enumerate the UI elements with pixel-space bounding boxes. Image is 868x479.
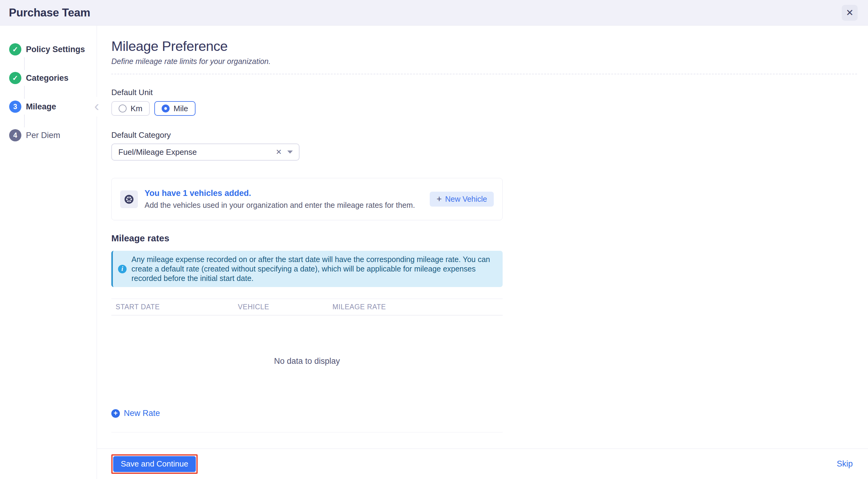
column-header-mileage-rate: MILEAGE RATE <box>333 303 503 311</box>
empty-state-text: No data to display <box>274 356 340 366</box>
mileage-rates-heading: Mileage rates <box>111 233 868 243</box>
sidebar-item-mileage[interactable]: 3 Mileage <box>9 101 97 113</box>
sidebar-item-per-diem[interactable]: 4 Per Diem <box>9 129 97 141</box>
mileage-rates-info-banner: i Any mileage expense recorded on or aft… <box>111 251 503 287</box>
chevron-down-icon[interactable] <box>287 150 293 153</box>
sidebar-item-label: Per Diem <box>26 131 60 140</box>
new-rate-button-label: New Rate <box>124 409 160 418</box>
default-unit-field: Default Unit Km Mile <box>111 88 868 116</box>
default-category-label: Default Category <box>111 130 868 140</box>
wizard-footer: Save and Continue Skip <box>97 448 868 479</box>
step-connector <box>24 86 25 99</box>
table-header-row: START DATE VEHICLE MILEAGE RATE <box>111 299 503 315</box>
info-icon: i <box>118 265 127 273</box>
new-rate-button[interactable]: + New Rate <box>111 409 160 418</box>
collapse-sidebar-chevron-icon[interactable]: ‹ <box>92 97 101 116</box>
skip-link[interactable]: Skip <box>837 459 853 469</box>
clear-selection-icon[interactable]: ✕ <box>276 148 282 156</box>
unit-option-label: Km <box>130 104 143 113</box>
action-highlight-box: Save and Continue <box>111 454 198 474</box>
vehicle-card-texts: You have 1 vehicles added. Add the vehic… <box>145 189 415 210</box>
step-connector <box>24 57 25 70</box>
sidebar-item-categories[interactable]: ✓ Categories <box>9 72 97 84</box>
page-heading: Mileage Preference <box>111 38 868 54</box>
unit-option-km[interactable]: Km <box>111 101 150 116</box>
step-connector <box>24 114 25 127</box>
content-bottom-divider <box>111 432 503 433</box>
new-vehicle-button[interactable]: + New Vehicle <box>430 192 494 207</box>
radio-checked-icon <box>162 104 169 112</box>
plus-icon: + <box>436 195 442 204</box>
table-empty-state: No data to display <box>111 315 503 407</box>
unit-option-mile[interactable]: Mile <box>154 101 195 116</box>
step-number-badge: 3 <box>9 101 21 113</box>
default-category-select[interactable]: Fuel/Mileage Expense ✕ <box>111 143 300 161</box>
vehicle-card-description: Add the vehicles used in your organizati… <box>145 201 415 210</box>
section-divider <box>111 74 857 74</box>
selected-category-value: Fuel/Mileage Expense <box>118 147 276 157</box>
new-vehicle-button-label: New Vehicle <box>445 195 487 204</box>
column-header-start-date: START DATE <box>111 303 238 311</box>
default-category-field: Default Category Fuel/Mileage Expense ✕ <box>111 130 868 161</box>
purchase-team-wizard: Purchase Team ✕ ✓ Policy Settings ✓ Cate… <box>0 0 868 479</box>
vehicles-added-link[interactable]: You have 1 vehicles added. <box>145 189 251 198</box>
save-and-continue-button[interactable]: Save and Continue <box>113 456 196 472</box>
plus-circle-icon: + <box>111 409 120 418</box>
wizard-steps-sidebar: ✓ Policy Settings ✓ Categories 3 Mileage… <box>0 26 97 479</box>
mileage-rates-table: START DATE VEHICLE MILEAGE RATE No data … <box>111 299 503 407</box>
sidebar-item-policy-settings[interactable]: ✓ Policy Settings <box>9 43 97 56</box>
unit-option-label: Mile <box>174 104 188 113</box>
step-number-badge: 4 <box>9 129 21 141</box>
page-title: Purchase Team <box>9 6 90 19</box>
vehicles-summary-card: You have 1 vehicles added. Add the vehic… <box>111 178 503 220</box>
vehicle-wheel-icon <box>120 191 138 208</box>
sidebar-item-label: Categories <box>26 73 69 83</box>
close-icon: ✕ <box>846 8 854 18</box>
step-complete-icon: ✓ <box>9 43 21 56</box>
sidebar-item-label: Policy Settings <box>26 45 85 54</box>
unit-toggle-group: Km Mile <box>111 101 868 116</box>
mileage-preference-panel: Mileage Preference Define mileage rate l… <box>97 26 868 479</box>
default-unit-label: Default Unit <box>111 88 868 97</box>
window-header: Purchase Team ✕ <box>0 0 868 26</box>
step-complete-icon: ✓ <box>9 72 21 84</box>
close-button[interactable]: ✕ <box>842 5 858 21</box>
radio-unchecked-icon <box>119 104 127 112</box>
column-header-vehicle: VEHICLE <box>238 303 333 311</box>
page-subtitle: Define mileage rate limits for your orga… <box>111 57 868 66</box>
info-banner-text: Any mileage expense recorded on or after… <box>131 255 495 283</box>
sidebar-item-label: Mileage <box>26 102 56 111</box>
